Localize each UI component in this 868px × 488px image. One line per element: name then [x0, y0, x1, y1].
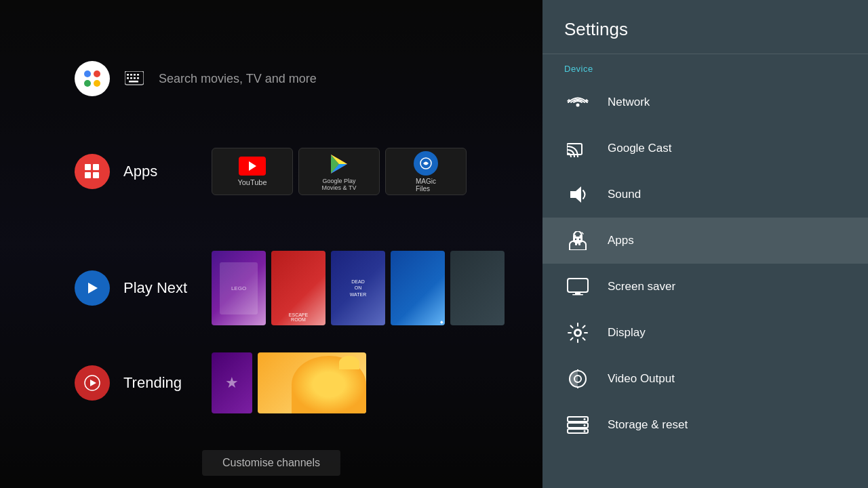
- svg-rect-11: [93, 164, 99, 170]
- settings-item-display[interactable]: Display: [542, 310, 868, 356]
- search-bar[interactable]: Search movies, TV and more: [75, 61, 529, 96]
- trending-tile-pikachu[interactable]: [258, 352, 366, 413]
- svg-point-54: [584, 424, 586, 426]
- settings-item-google-cast[interactable]: Google Cast: [542, 125, 868, 171]
- settings-panel: Settings Device Network: [542, 0, 868, 488]
- svg-rect-7: [134, 77, 136, 79]
- svg-marker-19: [88, 283, 98, 293]
- network-icon: [564, 89, 591, 116]
- svg-rect-10: [85, 164, 91, 170]
- svg-rect-34: [578, 243, 580, 245]
- magic-files-icon: MAGicFiles: [414, 151, 438, 192]
- svg-rect-4: [137, 74, 139, 76]
- google-logo: [75, 61, 110, 96]
- svg-rect-6: [130, 77, 132, 79]
- youtube-label: YouTube: [237, 178, 267, 186]
- movie-tile[interactable]: LEGO: [212, 251, 266, 325]
- svg-line-44: [571, 326, 573, 328]
- svg-point-53: [584, 418, 586, 420]
- svg-point-55: [584, 430, 586, 432]
- trending-section: Trending ★: [75, 352, 536, 413]
- play-next-icon: [75, 270, 110, 306]
- apps-icon: [75, 154, 110, 189]
- play-next-label: Play Next: [123, 279, 212, 297]
- settings-item-video-output[interactable]: Video Output: [542, 356, 868, 402]
- apps-items: YouTube Google PlayMovies & TV: [212, 148, 467, 195]
- apps-settings-icon: [564, 227, 591, 254]
- movie-tile[interactable]: DEADONWATER: [331, 251, 385, 325]
- customise-channels-button[interactable]: Customise channels: [202, 450, 340, 476]
- youtube-app-tile[interactable]: YouTube: [212, 148, 293, 195]
- google-play-icon: Google PlayMovies & TV: [322, 152, 357, 191]
- svg-line-47: [571, 338, 573, 340]
- play-next-section: Play Next LEGO ESCAPEROOM DEADONWATER: [75, 251, 536, 325]
- screen-saver-label: Screen saver: [608, 280, 675, 293]
- play-next-items: LEGO ESCAPEROOM DEADONWATER ◆: [212, 251, 505, 325]
- trending-tile[interactable]: ★: [212, 352, 252, 413]
- settings-item-storage-reset[interactable]: Storage & reset: [542, 402, 868, 448]
- svg-marker-21: [90, 380, 96, 386]
- svg-line-45: [583, 338, 585, 340]
- apps-label: Apps: [123, 163, 212, 180]
- trending-label: Trending: [123, 374, 212, 392]
- svg-rect-1: [127, 74, 129, 76]
- search-placeholder: Search movies, TV and more: [159, 72, 317, 86]
- movie-tile[interactable]: [450, 251, 505, 325]
- network-label: Network: [608, 96, 650, 109]
- storage-icon: [564, 411, 591, 439]
- svg-rect-9: [129, 81, 138, 83]
- svg-rect-35: [568, 279, 588, 292]
- svg-marker-24: [570, 186, 581, 203]
- device-section-heading: Device: [542, 54, 868, 79]
- svg-rect-30: [573, 237, 583, 243]
- youtube-icon: [239, 157, 266, 176]
- video-output-icon: [564, 365, 591, 392]
- keyboard-icon: [121, 65, 148, 92]
- storage-reset-label: Storage & reset: [608, 418, 688, 432]
- left-panel: Search movies, TV and more Apps YouTube: [0, 0, 542, 488]
- apps-section: Apps YouTube: [75, 148, 536, 195]
- gplay-label: Google PlayMovies & TV: [322, 178, 357, 191]
- settings-title: Settings: [564, 19, 846, 40]
- svg-rect-3: [134, 74, 136, 76]
- display-icon: [564, 319, 591, 346]
- svg-rect-2: [130, 74, 132, 76]
- settings-item-sound[interactable]: Sound: [542, 171, 868, 218]
- magic-files-tile[interactable]: MAGicFiles: [385, 148, 467, 195]
- settings-item-screen-saver[interactable]: Screen saver: [542, 264, 868, 310]
- svg-point-22: [576, 104, 580, 107]
- settings-header: Settings: [542, 0, 868, 54]
- screensaver-icon: [564, 273, 591, 300]
- trending-icon: [75, 365, 110, 401]
- svg-rect-37: [572, 294, 583, 296]
- svg-rect-13: [93, 172, 99, 178]
- svg-point-31: [575, 239, 576, 240]
- settings-item-network[interactable]: Network: [542, 79, 868, 125]
- svg-rect-5: [127, 77, 129, 79]
- svg-rect-33: [575, 243, 577, 245]
- movie-tile[interactable]: ◆: [391, 251, 445, 325]
- google-cast-label: Google Cast: [608, 142, 672, 155]
- display-label: Display: [608, 326, 646, 340]
- settings-item-apps[interactable]: Apps: [542, 218, 868, 264]
- svg-rect-36: [575, 292, 580, 294]
- svg-rect-8: [137, 77, 139, 79]
- settings-list: Device Network: [542, 54, 868, 488]
- svg-point-32: [579, 239, 580, 240]
- movie-tile[interactable]: ESCAPEROOM: [271, 251, 326, 325]
- sound-label: Sound: [608, 188, 641, 201]
- google-play-tile[interactable]: Google PlayMovies & TV: [298, 148, 380, 195]
- sound-icon: [564, 181, 591, 208]
- magic-label: MAGicFiles: [416, 178, 436, 192]
- svg-rect-12: [85, 172, 91, 178]
- svg-line-46: [583, 326, 585, 328]
- svg-point-39: [576, 331, 580, 335]
- video-output-label: Video Output: [608, 372, 675, 386]
- cast-icon: [564, 135, 591, 162]
- apps-settings-label: Apps: [608, 234, 634, 247]
- trending-items: ★: [212, 352, 366, 413]
